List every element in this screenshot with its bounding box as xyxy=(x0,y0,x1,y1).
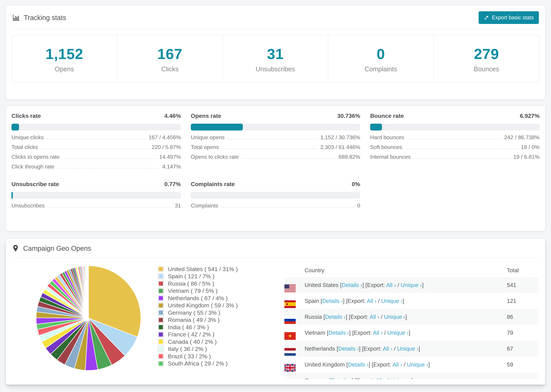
details-link[interactable]: Details › xyxy=(348,361,369,368)
export-unique-link[interactable]: Unique › xyxy=(407,361,428,368)
dotted-leader xyxy=(47,139,146,139)
flag-cell xyxy=(284,373,304,379)
country-cell: Spain [Details ›] [Export: All › / Uniqu… xyxy=(304,298,507,304)
stat-cell: 31Unsubscribes xyxy=(223,35,328,82)
rate-row-label: Unique opens xyxy=(191,135,225,140)
legend-swatch xyxy=(158,346,164,352)
total-cell: 541 xyxy=(507,282,539,288)
rate-row-label: Click through rate xyxy=(11,164,54,169)
rate-title: Opens rate xyxy=(191,112,221,119)
rate-row-label: Unique clicks xyxy=(11,135,44,140)
rate-progress-fill xyxy=(370,124,382,131)
nl-flag-icon xyxy=(284,348,304,356)
text: / xyxy=(394,345,396,352)
geo-table: Country Total United States [Details ›] … xyxy=(284,264,539,379)
legend-item: Germany ( 55 / 3% ) xyxy=(158,309,238,316)
rate-row: Unique clicks167 / 4.456% xyxy=(11,135,181,140)
rate-row: Click through rate4.147% xyxy=(11,164,181,169)
text: / xyxy=(397,282,399,288)
rate-block-3: Bounce rate6.927%Hard bounces242 / 86.73… xyxy=(370,112,540,169)
text: ] xyxy=(411,377,413,379)
dotted-leader xyxy=(47,207,172,207)
details-link[interactable]: Details › xyxy=(328,329,349,336)
rates-grid: Clicks rate4.46%Unique clicks167 / 4.456… xyxy=(6,106,545,209)
export-all-link[interactable]: All › xyxy=(367,298,376,304)
details-link[interactable]: Details › xyxy=(342,282,362,288)
export-unique-link[interactable]: Unique › xyxy=(390,377,411,379)
legend-label: Germany ( 55 / 3% ) xyxy=(168,309,220,316)
rate-row-value: 689.82% xyxy=(339,154,360,160)
text: Export: xyxy=(354,329,372,336)
total-cell: 59 xyxy=(507,361,539,368)
rate-row-label: Unsubscribes xyxy=(11,203,45,209)
legend-item: Russia ( 86 / 5% ) xyxy=(158,280,238,287)
rate-row: Clicks to opens rate14.497% xyxy=(11,154,181,160)
text: Export: xyxy=(356,377,374,379)
export-unique-link[interactable]: Unique › xyxy=(387,329,409,336)
total-cell: 67 xyxy=(507,345,539,352)
text: / xyxy=(404,361,405,368)
rate-row-value: 2,303 / 61.446% xyxy=(320,144,360,150)
geo-opens-pie-chart xyxy=(34,263,143,373)
details-link[interactable]: Details › xyxy=(325,314,346,320)
dotted-leader xyxy=(242,158,336,159)
legend-item: Canada ( 40 / 2% ) xyxy=(158,338,238,345)
table-row: United Kingdom [Details ›] [Export: All … xyxy=(284,357,539,372)
text: [ xyxy=(372,361,373,368)
export-all-link[interactable]: All › xyxy=(373,329,383,336)
flag-cell xyxy=(284,357,304,372)
rate-block-header: Unsubscribe rate0.77% xyxy=(11,181,181,188)
dotted-leader xyxy=(407,139,501,139)
legend-label: France ( 42 / 2% ) xyxy=(168,331,214,338)
text: ] xyxy=(418,345,420,352)
export-basic-stats-button[interactable]: Export basic stats xyxy=(479,11,539,24)
text: ] xyxy=(369,361,370,368)
details-link[interactable]: Details › xyxy=(322,298,343,304)
export-all-link[interactable]: All › xyxy=(376,377,385,379)
text: [ xyxy=(346,298,347,304)
rate-row-value: 242 / 86.738% xyxy=(504,135,540,140)
export-unique-link[interactable]: Unique › xyxy=(397,345,418,352)
rate-row-value: 0 xyxy=(357,203,360,209)
export-all-link[interactable]: All › xyxy=(386,282,396,288)
tracking-stats-title-text: Tracking stats xyxy=(24,14,66,22)
text: [ xyxy=(366,282,367,288)
flag-cell xyxy=(284,278,304,292)
text: [ xyxy=(323,314,325,320)
text: ] xyxy=(352,377,353,379)
text: / xyxy=(387,377,389,379)
details-link[interactable]: Details › xyxy=(338,345,359,352)
country-cell: United Kingdom [Details ›] [Export: All … xyxy=(304,361,507,368)
legend-item: Spain ( 121 / 7% ) xyxy=(158,273,238,280)
legend-label: United Kingdom ( 59 / 3% ) xyxy=(168,302,238,309)
legend-item: Romania ( 49 / 3% ) xyxy=(158,316,238,324)
export-unique-link[interactable]: Unique › xyxy=(384,314,405,320)
export-unique-link[interactable]: Unique › xyxy=(381,298,403,304)
text: Export: xyxy=(350,314,368,320)
legend-label: Romania ( 49 / 3% ) xyxy=(168,317,219,323)
table-row: Germany [Details ›] [Export: All › / Uni… xyxy=(284,372,539,379)
rate-row-label: Clicks to opens rate xyxy=(11,154,60,160)
text: Export: xyxy=(347,298,366,304)
rate-block-header: Opens rate30.736% xyxy=(191,112,360,119)
rate-row-label: Opens to clicks rate xyxy=(191,154,239,160)
legend-swatch xyxy=(158,266,164,272)
stat-cell: 1,152Opens xyxy=(12,35,117,82)
rate-block-2: Opens rate30.736%Unique opens1,152 / 30.… xyxy=(191,112,360,169)
legend-label: United States ( 541 / 31% ) xyxy=(168,266,238,273)
legend-swatch xyxy=(158,361,164,366)
dotted-leader xyxy=(413,158,511,159)
stat-value: 167 xyxy=(117,45,222,63)
stat-cell: 279Bounces xyxy=(434,35,539,82)
rate-row-value: 14.497% xyxy=(159,154,181,160)
details-link[interactable]: Details › xyxy=(331,377,352,379)
rate-row: Unsubscribes31 xyxy=(11,203,181,209)
text: Export: xyxy=(367,282,385,288)
export-all-link[interactable]: All › xyxy=(393,361,402,368)
export-all-link[interactable]: All › xyxy=(383,345,393,352)
flag-cell xyxy=(284,342,304,356)
rate-row: Soft bounces18 / 0% xyxy=(370,144,540,150)
export-unique-link[interactable]: Unique › xyxy=(401,282,422,288)
text: [ xyxy=(346,361,348,368)
export-all-link[interactable]: All › xyxy=(370,314,379,320)
